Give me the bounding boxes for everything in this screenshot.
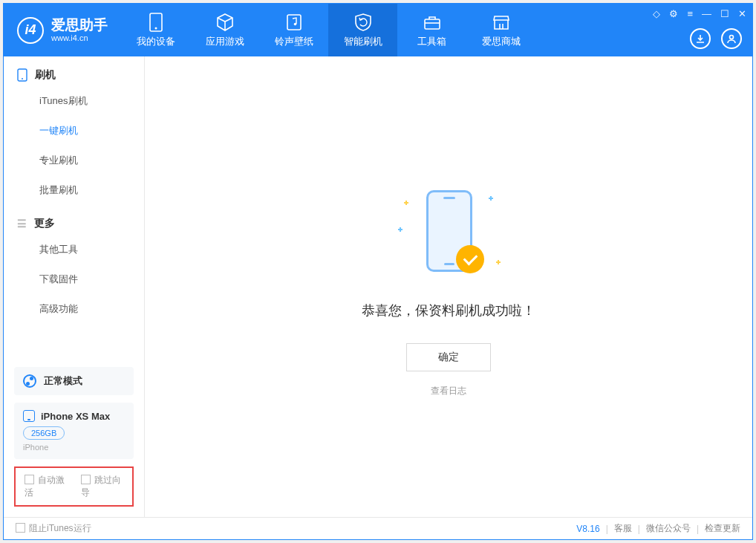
list-icon: ☰: [17, 218, 27, 230]
nav-tab-device[interactable]: 我的设备: [121, 4, 190, 56]
device-name: iPhone XS Max: [41, 411, 110, 422]
nav-tab-ringtone[interactable]: 铃声壁纸: [259, 4, 328, 56]
nav-tab-toolbox[interactable]: 工具箱: [397, 4, 466, 56]
music-icon: [284, 13, 304, 32]
nav-label: 我的设备: [137, 35, 175, 48]
menu-icon[interactable]: ≡: [687, 8, 693, 19]
success-message: 恭喜您，保资料刷机成功啦！: [362, 302, 535, 319]
nav-label: 铃声壁纸: [275, 35, 313, 48]
svg-rect-2: [287, 15, 301, 30]
cube-icon: [215, 13, 235, 32]
sidebar-item-oneclick[interactable]: 一键刷机: [4, 116, 144, 146]
device-card[interactable]: iPhone XS Max 256GB iPhone: [14, 403, 134, 459]
device-capacity: 256GB: [23, 426, 65, 440]
skip-guide-checkbox[interactable]: 跳过向导: [81, 474, 124, 499]
store-icon: [492, 13, 511, 32]
user-button[interactable]: [721, 28, 742, 49]
auto-activate-checkbox[interactable]: 自动激活: [25, 474, 68, 499]
main-content: 恭喜您，保资料刷机成功啦！ 确定 查看日志: [145, 56, 752, 517]
header-action-icons: [690, 28, 742, 49]
close-icon[interactable]: ✕: [738, 8, 746, 19]
logo-icon: i4: [17, 17, 44, 44]
section-title: 更多: [34, 217, 55, 230]
sidebar-item-batch[interactable]: 批量刷机: [4, 175, 144, 205]
svg-rect-4: [425, 19, 440, 29]
svg-point-8: [730, 36, 734, 39]
settings-icon[interactable]: ⚙: [669, 8, 678, 19]
sidebar-item-other[interactable]: 其他工具: [4, 235, 144, 264]
refresh-shield-icon: [353, 13, 373, 32]
footer-link-wechat[interactable]: 微信公众号: [646, 522, 691, 535]
device-type: iPhone: [23, 443, 125, 452]
window-controls: ◇ ⚙ ≡ — ☐ ✕: [653, 8, 746, 19]
app-name: 爱思助手: [51, 17, 108, 34]
nav-tabs: 我的设备 应用游戏 铃声壁纸 智能刷机 工具箱 爱思商城: [121, 4, 535, 56]
minimize-icon[interactable]: —: [702, 8, 711, 19]
success-illustration: [397, 190, 501, 279]
sidebar-item-itunes[interactable]: iTunes刷机: [4, 86, 144, 116]
nav-tab-store[interactable]: 爱思商城: [466, 4, 535, 56]
sidebar-section-more: ☰ 更多: [4, 205, 144, 235]
svg-point-1: [154, 27, 157, 29]
mode-card[interactable]: 正常模式: [14, 367, 134, 395]
device-icon: [146, 13, 166, 32]
nav-label: 智能刷机: [344, 35, 382, 48]
theme-icon[interactable]: ◇: [653, 8, 660, 19]
section-title: 刷机: [35, 68, 56, 82]
device-icon: [23, 410, 35, 422]
nav-label: 爱思商城: [482, 35, 521, 48]
maximize-icon[interactable]: ☐: [720, 8, 729, 19]
svg-point-10: [22, 78, 23, 79]
check-icon: [456, 245, 484, 273]
block-itunes-checkbox[interactable]: 阻止iTunes运行: [16, 522, 91, 535]
sidebar-item-firmware[interactable]: 下载固件: [4, 264, 144, 294]
nav-label: 应用游戏: [206, 35, 244, 48]
sidebar: 刷机 iTunes刷机 一键刷机 专业刷机 批量刷机 ☰ 更多 其他工具 下载固…: [4, 56, 145, 517]
app-url: www.i4.cn: [51, 33, 108, 43]
nav-tab-flash[interactable]: 智能刷机: [328, 4, 397, 56]
footer: 阻止iTunes运行 V8.16 | 客服 | 微信公众号 | 检查更新: [4, 517, 752, 539]
mode-icon: [23, 374, 36, 388]
svg-point-3: [293, 22, 296, 25]
flash-options-highlighted: 自动激活 跳过向导: [14, 466, 134, 507]
ok-button[interactable]: 确定: [406, 343, 491, 371]
footer-link-service[interactable]: 客服: [614, 522, 632, 535]
toolbox-icon: [423, 13, 442, 32]
download-button[interactable]: [690, 28, 711, 49]
sidebar-section-flash: 刷机: [4, 56, 144, 86]
sidebar-item-pro[interactable]: 专业刷机: [4, 146, 144, 175]
app-logo: i4 爱思助手 www.i4.cn: [4, 4, 121, 56]
sidebar-item-advanced[interactable]: 高级功能: [4, 294, 144, 324]
version-label: V8.16: [576, 524, 599, 534]
app-header: i4 爱思助手 www.i4.cn 我的设备 应用游戏 铃声壁纸 智能刷机: [4, 4, 752, 56]
view-log-link[interactable]: 查看日志: [431, 385, 466, 397]
nav-tab-apps[interactable]: 应用游戏: [190, 4, 259, 56]
nav-label: 工具箱: [417, 35, 446, 48]
phone-icon: [17, 68, 27, 82]
mode-label: 正常模式: [44, 374, 82, 388]
footer-link-update[interactable]: 检查更新: [705, 522, 740, 535]
